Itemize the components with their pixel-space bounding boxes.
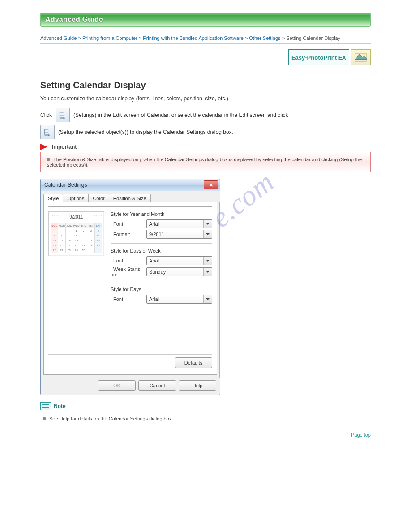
dialog-tabs: Style Options Color Position & Size <box>41 191 220 202</box>
dialog-title: Calendar Settings <box>44 182 87 188</box>
format-label: Format: <box>111 232 146 237</box>
svg-marker-7 <box>64 117 65 119</box>
section-year-month: Style for Year and Month <box>111 211 212 217</box>
note-box: See Help for details on the Calendar Set… <box>40 412 371 425</box>
section-days: Style for Days <box>111 287 212 292</box>
font-label-2: Font: <box>111 258 146 263</box>
guide-header: Advanced Guide <box>40 13 371 27</box>
week-starts-select[interactable]: Sunday <box>146 267 212 276</box>
note-text: See Help for details on the Calendar Set… <box>49 416 173 421</box>
chevron-down-icon <box>203 295 212 303</box>
chevron-down-icon <box>203 268 212 276</box>
dow-sun: SUN <box>51 223 58 228</box>
format-value: 9/2011 <box>149 232 164 237</box>
dialog-titlebar: Calendar Settings ✕ <box>41 179 220 191</box>
preview-title: 9/2011 <box>69 215 83 219</box>
close-button[interactable]: ✕ <box>204 180 218 189</box>
intro-text: You can customize the calendar display (… <box>40 95 371 103</box>
font-label-1: Font: <box>111 221 146 227</box>
breadcrumb-seg-5: Setting Calendar Display <box>286 35 340 41</box>
dialog-button-row: OK Cancel Help <box>41 378 220 395</box>
divider <box>40 69 371 69</box>
font-value-1: Arial <box>149 221 159 227</box>
svg-marker-12 <box>48 134 50 136</box>
guide-header-title: Advanced Guide <box>45 16 103 24</box>
svg-rect-3 <box>60 112 64 118</box>
bullet-icon <box>43 417 46 420</box>
svg-rect-8 <box>44 129 49 135</box>
arrow-up-icon: ↑ <box>347 432 349 438</box>
page-top-link[interactable]: ↑ Page top <box>40 432 371 438</box>
divider <box>40 43 371 44</box>
dow-wed: WED <box>73 223 80 228</box>
font-select-1[interactable]: Arial <box>146 219 212 228</box>
divider <box>111 243 212 244</box>
bullet-icon <box>47 158 50 161</box>
dow-sat: SAT <box>94 223 102 228</box>
dow-thu: THU <box>80 223 87 228</box>
settings-button-icon <box>56 108 70 122</box>
app-badge-icon <box>351 49 371 65</box>
section-days-of-week: Style for Days of Week <box>111 248 212 253</box>
divider <box>48 354 212 355</box>
font-value-3: Arial <box>149 296 159 302</box>
cancel-button[interactable]: Cancel <box>138 380 176 391</box>
font-label-3: Font: <box>111 296 146 302</box>
chevron-down-icon <box>203 257 212 265</box>
divider <box>111 282 212 282</box>
calendar-preview: · · · · · · · · · · · · · · · 9/2011 · ·… <box>48 211 104 256</box>
tab-style[interactable]: Style <box>43 194 63 202</box>
breadcrumb-seg-2[interactable]: Printing from a Computer <box>82 35 137 41</box>
step-click: Click <box>40 112 52 119</box>
important-label: Important <box>52 144 77 150</box>
page-title: Setting Calendar Display <box>40 80 371 90</box>
close-icon: ✕ <box>209 183 213 188</box>
step-tail-2: (Setup the selected object(s)) to displa… <box>58 129 233 136</box>
settings-page-icon-2 <box>43 128 52 137</box>
week-starts-value: Sunday <box>149 269 166 275</box>
tab-color[interactable]: Color <box>88 194 109 202</box>
mini-month-left: · · · · · · · · · · · · · · · <box>51 215 58 221</box>
format-select[interactable]: 9/2011 <box>146 230 212 239</box>
mini-month-right: · · · · · · · · · · · · · · · <box>94 215 102 221</box>
page-top-label: Page top <box>351 432 371 438</box>
week-starts-label: Week Starts on: <box>111 266 146 277</box>
note-icon <box>40 402 51 410</box>
breadcrumb-seg-4[interactable]: Other Settings <box>249 35 280 41</box>
breadcrumb-seg-3[interactable]: Printing with the Bundled Application So… <box>143 35 243 41</box>
dow-mon: MON <box>58 223 65 228</box>
calendar-settings-dialog: Calendar Settings ✕ Style Options Color … <box>40 179 220 395</box>
defaults-button[interactable]: Defaults <box>175 357 212 368</box>
ok-button[interactable]: OK <box>98 380 136 391</box>
breadcrumb-seg-1[interactable]: Advanced Guide <box>40 35 77 41</box>
font-select-3[interactable]: Arial <box>146 295 212 304</box>
app-badge: Easy-PhotoPrint EX <box>288 49 349 65</box>
font-select-2[interactable]: Arial <box>146 256 212 265</box>
preview-calendar-table: SUN MON TUE WED THU FRI SAT 1234 5678910… <box>51 223 102 253</box>
important-callout: The Position & Size tab is displayed onl… <box>40 152 371 172</box>
app-badge-text: Easy-PhotoPrint EX <box>291 54 346 61</box>
svg-point-2 <box>363 54 365 56</box>
important-text: The Position & Size tab is displayed onl… <box>47 157 362 167</box>
tab-panel-style: · · · · · · · · · · · · · · · 9/2011 · ·… <box>43 202 217 375</box>
note-label: Note <box>54 403 66 409</box>
chevron-down-icon <box>203 220 212 228</box>
setup-object-icon <box>40 125 55 139</box>
step-tail: (Settings) in the Edit screen of Calenda… <box>73 112 288 119</box>
chevron-down-icon <box>203 230 212 238</box>
breadcrumb: Advanced Guide > Printing from a Compute… <box>40 35 371 42</box>
font-value-2: Arial <box>149 258 159 263</box>
tab-position-size[interactable]: Position & Size <box>109 194 151 202</box>
tab-options[interactable]: Options <box>63 194 89 202</box>
settings-page-icon <box>58 111 67 120</box>
dow-tue: TUE <box>65 223 73 228</box>
help-button[interactable]: Help <box>179 380 216 391</box>
photos-icon <box>354 52 368 63</box>
important-flag-icon <box>40 144 49 150</box>
dow-fri: FRI <box>87 223 94 228</box>
